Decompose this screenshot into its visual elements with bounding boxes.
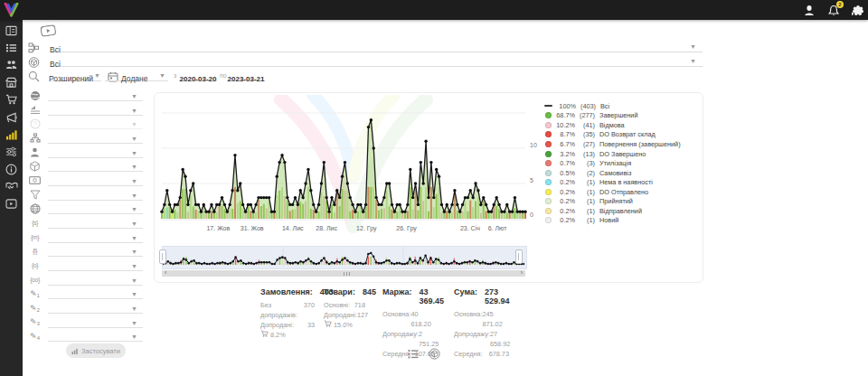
category-filter-dropdown[interactable]: Всі ▼ bbox=[50, 40, 703, 52]
user-avatar-icon[interactable] bbox=[803, 4, 816, 16]
topbar: 2 bbox=[0, 0, 868, 20]
legend-item[interactable]: 0.5%(2)Самовивіз bbox=[543, 168, 699, 178]
filter-dropdown-token-t[interactable]: {t}▼ bbox=[27, 244, 143, 258]
filter-dropdown-pencil-1[interactable]: ✎₁▼ bbox=[27, 287, 143, 300]
sidebar-item-store[interactable] bbox=[0, 74, 23, 91]
sidebar-item-analytics-chart[interactable] bbox=[0, 126, 23, 143]
legend-percent: 0.7% bbox=[552, 159, 575, 167]
video-slate-icon[interactable] bbox=[40, 23, 58, 41]
scrollbar-grip[interactable] bbox=[344, 272, 350, 276]
sidebar-item-orders-list[interactable] bbox=[0, 39, 23, 56]
legend-item[interactable]: 0.2%(1)Відправлений bbox=[543, 206, 699, 216]
cloud-icon[interactable] bbox=[852, 4, 864, 16]
legend-item[interactable]: 0.7%(3)Утилізація bbox=[543, 158, 699, 168]
filter-dropdown-planet[interactable]: ▼ bbox=[27, 89, 143, 102]
filter-dropdown-help[interactable]: ?▼ bbox=[27, 117, 143, 130]
search-icon[interactable] bbox=[28, 70, 40, 86]
legend-dot-swatch bbox=[545, 131, 552, 137]
legend-item[interactable]: 6.7%(27)Повернення (завершений) bbox=[543, 139, 699, 149]
sidebar-nav bbox=[0, 20, 23, 376]
filter-dropdown-token-s[interactable]: {s}▼ bbox=[27, 216, 143, 230]
legend-item[interactable]: 68.7%(277)Завершений bbox=[543, 111, 699, 121]
filter-underline bbox=[48, 327, 143, 328]
chevron-down-icon: ▼ bbox=[131, 334, 137, 340]
chevron-down-icon: ▼ bbox=[131, 320, 137, 326]
sidebar-item-info[interactable] bbox=[0, 161, 23, 178]
legend-label: DO Завершено bbox=[599, 150, 646, 158]
filter-underline bbox=[48, 200, 143, 201]
sidebar-item-dashboard[interactable] bbox=[0, 22, 23, 39]
filter-dropdown-token-oo[interactable]: {oo}▼ bbox=[27, 273, 143, 287]
orders-line-chart[interactable] bbox=[155, 93, 538, 224]
brush-handle-left[interactable] bbox=[159, 249, 166, 264]
category-filter-value: Всі bbox=[50, 45, 61, 54]
filter-dropdown-token-o[interactable]: {o}▼ bbox=[27, 258, 143, 272]
cart-mini-icon bbox=[324, 320, 332, 330]
apply-button[interactable]: Застосувати bbox=[66, 343, 126, 358]
search-mode-dropdown[interactable]: Розширений ▼ bbox=[49, 69, 101, 81]
legend-count: (1) bbox=[575, 216, 595, 224]
sidebar-item-megaphone[interactable] bbox=[0, 108, 23, 126]
filter-dropdown-pencil-3[interactable]: ✎₃▼ bbox=[27, 315, 143, 329]
legend-percent: 0.5% bbox=[552, 169, 575, 177]
scroll-right-icon[interactable]: › bbox=[521, 269, 523, 277]
pencil-1-icon: ✎₁ bbox=[29, 287, 41, 299]
stat-sub-label: Допродані: bbox=[260, 320, 294, 330]
chevron-down-icon: ▼ bbox=[690, 43, 696, 50]
stat-value: 845 bbox=[363, 287, 376, 296]
legend-count: (1) bbox=[575, 188, 595, 196]
stat-sub-value: 27 658.92 bbox=[490, 329, 510, 349]
legend-item[interactable]: 0.2%(1)Нема в наявності bbox=[543, 177, 699, 187]
legend-item[interactable]: 0.2%(1)DO Отправлено bbox=[543, 187, 699, 197]
legend-item[interactable]: 100%(403)Всі bbox=[543, 101, 699, 111]
filter-dropdown-token-m[interactable]: {m}▼ bbox=[27, 230, 143, 244]
sidebar-item-handshake[interactable] bbox=[0, 178, 23, 195]
analytics-dashboard: { "topbar": { "bell_badge": "2" }, "side… bbox=[0, 0, 868, 376]
filter-dropdown-pencil-4[interactable]: ✎₄▼ bbox=[27, 329, 143, 343]
date-from-input[interactable]: 2020-03-20 bbox=[179, 69, 217, 81]
legend-item[interactable]: 0.2%(1)Прийнятий bbox=[543, 196, 699, 206]
legend-item[interactable]: 0.2%(1)Новий bbox=[543, 216, 699, 226]
sidebar-item-cart[interactable] bbox=[0, 91, 23, 108]
legend-label: Прийнятий bbox=[599, 197, 633, 205]
filter-dropdown-globe[interactable]: ▼ bbox=[27, 202, 143, 215]
filter-dropdown-banknote[interactable]: ▼ bbox=[27, 174, 143, 187]
layers-icon bbox=[29, 104, 41, 116]
legend-count: (13) bbox=[575, 150, 595, 158]
app-logo-icon[interactable] bbox=[4, 3, 19, 21]
date-field-dropdown[interactable]: Додане ▼ bbox=[105, 69, 168, 81]
date-field-value: Додане bbox=[121, 74, 148, 83]
brush-handle-right[interactable] bbox=[515, 249, 523, 264]
list-view-icon[interactable] bbox=[407, 348, 419, 360]
legend-item[interactable]: 3.2%(13)DO Завершено bbox=[543, 149, 699, 159]
filter-dropdown-sitemap[interactable]: ▼ bbox=[27, 131, 143, 145]
sidebar-item-users[interactable] bbox=[0, 56, 23, 73]
legend-percent: 3.2% bbox=[552, 150, 575, 158]
chart-card: 1050 17. Жов31. Жов14. Лис28. Лис12. Гру… bbox=[154, 92, 703, 283]
date-to-input[interactable]: 2023-03-21 bbox=[227, 69, 265, 81]
chart-brush[interactable] bbox=[162, 246, 527, 269]
filter-dropdown-cube[interactable]: ▼ bbox=[27, 159, 143, 173]
filter-dropdown-funnel[interactable]: ▼ bbox=[27, 188, 143, 202]
filter-dropdown-pencil-2[interactable]: ✎₂▼ bbox=[27, 301, 143, 315]
stat-title: Замовлення: bbox=[260, 287, 313, 296]
sidebar-item-video[interactable] bbox=[0, 195, 23, 212]
filter-dropdown-person[interactable]: ▼ bbox=[27, 146, 143, 159]
notifications-bell-icon[interactable]: 2 bbox=[827, 4, 840, 16]
stat-sub-value: 245 871.02 bbox=[482, 309, 509, 329]
filter-dropdown-layers[interactable]: ▼ bbox=[27, 103, 143, 117]
legend-dot-swatch bbox=[545, 179, 552, 185]
legend-percent: 0.2% bbox=[552, 216, 575, 224]
sidebar-item-sliders[interactable] bbox=[0, 143, 23, 160]
package-view-icon[interactable] bbox=[429, 348, 440, 360]
token-m-icon: {m} bbox=[29, 231, 41, 243]
chevron-down-icon: ▼ bbox=[131, 164, 137, 170]
legend-item[interactable]: 10.2%(41)Відмова bbox=[543, 120, 699, 130]
filter-underline bbox=[48, 171, 143, 172]
svg-text:?: ? bbox=[33, 120, 37, 127]
legend-label: Всі bbox=[600, 102, 609, 110]
legend-item[interactable]: 8.7%(35)DO Возврат склад bbox=[543, 130, 699, 140]
product-filter-dropdown[interactable]: Всі ▼ bbox=[50, 54, 703, 67]
scroll-left-icon[interactable]: ‹ bbox=[165, 269, 166, 277]
chart-scrollbar[interactable]: ‹ › bbox=[162, 270, 525, 277]
